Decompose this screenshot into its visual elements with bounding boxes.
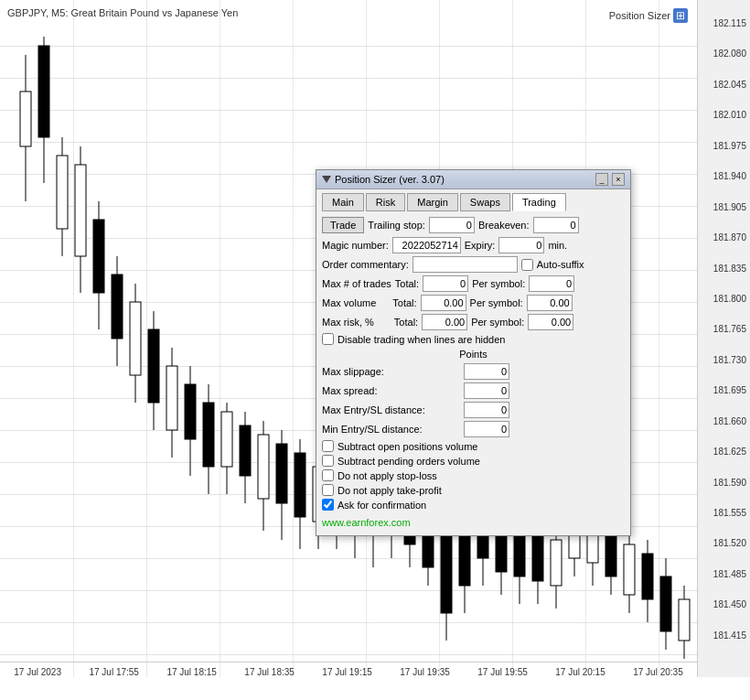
max-volume-per-symbol-input[interactable] xyxy=(527,295,573,311)
disable-trading-row: Disable trading when lines are hidden xyxy=(322,333,625,345)
position-sizer-window: Position Sizer (ver. 3.07) _ × Main Risk… xyxy=(316,169,631,536)
time-label-2: 17 Jul 17:55 xyxy=(89,667,139,677)
points-header: Points xyxy=(322,349,625,360)
tab-risk[interactable]: Risk xyxy=(366,193,405,211)
svg-rect-27 xyxy=(258,435,269,499)
minimize-button[interactable]: _ xyxy=(595,173,608,186)
time-label-9: 17 Jul 20:35 xyxy=(633,667,683,677)
svg-rect-41 xyxy=(624,544,635,595)
disable-trading-checkbox[interactable] xyxy=(322,333,334,345)
max-risk-per-symbol-label: Per symbol: xyxy=(471,317,524,328)
price-label-16: 181.590 xyxy=(702,478,746,488)
svg-rect-19 xyxy=(185,384,196,439)
ask-confirmation-label: Ask for confirmation xyxy=(338,500,426,511)
no-sl-checkbox[interactable] xyxy=(322,469,334,481)
svg-rect-61 xyxy=(551,540,562,586)
subtract-open-label: Subtract open positions volume xyxy=(338,441,477,452)
time-axis: 17 Jul 2023 17 Jul 17:55 17 Jul 18:15 17… xyxy=(0,662,697,682)
max-trades-total-input[interactable] xyxy=(423,275,468,292)
expiry-input[interactable] xyxy=(498,237,544,253)
subtract-pending-checkbox[interactable] xyxy=(322,455,334,467)
svg-rect-5 xyxy=(57,156,68,229)
max-volume-row: Max volume Total: Per symbol: xyxy=(322,295,625,311)
max-slippage-input[interactable] xyxy=(464,363,509,380)
no-tp-row: Do not apply take-profit xyxy=(322,484,625,496)
svg-rect-25 xyxy=(240,425,251,476)
subtract-pending-row: Subtract pending orders volume xyxy=(322,455,625,467)
max-slippage-row: Max slippage: xyxy=(322,363,625,380)
max-trades-total-label: Total: xyxy=(395,278,419,289)
svg-rect-45 xyxy=(660,576,671,631)
magic-number-input[interactable] xyxy=(392,237,461,253)
window-content: Main Risk Margin Swaps Trading Trade Tra… xyxy=(316,189,630,535)
order-commentary-label: Order commentary: xyxy=(322,259,409,270)
max-risk-total-input[interactable] xyxy=(422,314,467,330)
max-spread-input[interactable] xyxy=(464,382,509,399)
time-label-8: 17 Jul 20:15 xyxy=(555,667,605,677)
tab-trading[interactable]: Trading xyxy=(512,193,566,211)
tab-margin[interactable]: Margin xyxy=(407,193,458,211)
price-label-3: 182.045 xyxy=(702,80,746,90)
position-sizer-header-label: Position Sizer ⊞ xyxy=(609,9,688,22)
svg-rect-23 xyxy=(221,412,232,467)
price-label-20: 181.450 xyxy=(702,599,746,609)
price-label-11: 181.765 xyxy=(702,324,746,334)
breakeven-input[interactable] xyxy=(533,217,579,233)
close-button[interactable]: × xyxy=(612,173,625,186)
max-risk-per-symbol-input[interactable] xyxy=(528,314,573,330)
max-volume-total-input[interactable] xyxy=(421,295,466,311)
breakeven-label: Breakeven: xyxy=(478,220,530,231)
no-sl-row: Do not apply stop-loss xyxy=(322,469,625,481)
no-tp-checkbox[interactable] xyxy=(322,484,334,496)
max-spread-row: Max spread: xyxy=(322,382,625,399)
price-label-13: 181.695 xyxy=(702,385,746,395)
auto-suffix-label: Auto-suffix xyxy=(537,259,584,270)
min-entry-sl-row: Min Entry/SL distance: xyxy=(322,421,625,437)
max-trades-label: Max # of trades xyxy=(322,278,391,289)
svg-rect-59 xyxy=(532,535,543,581)
earnforex-link[interactable]: www.earnforex.com xyxy=(322,517,411,528)
time-label-4: 17 Jul 18:35 xyxy=(244,667,295,677)
max-entry-sl-label: Max Entry/SL distance: xyxy=(322,404,464,415)
svg-rect-7 xyxy=(75,165,86,256)
expiry-unit: min. xyxy=(548,240,567,251)
ask-confirmation-checkbox[interactable] xyxy=(322,499,334,511)
triangle-icon xyxy=(322,176,331,183)
window-title: Position Sizer (ver. 3.07) xyxy=(322,174,445,185)
svg-rect-9 xyxy=(93,220,104,293)
max-spread-label: Max spread: xyxy=(322,385,464,396)
price-label-7: 181.905 xyxy=(702,202,746,212)
auto-suffix-checkbox[interactable] xyxy=(521,259,533,271)
price-label-19: 181.485 xyxy=(702,569,746,579)
min-entry-sl-label: Min Entry/SL distance: xyxy=(322,424,464,435)
price-label-17: 181.555 xyxy=(702,508,746,518)
max-volume-per-symbol-label: Per symbol: xyxy=(470,297,523,308)
svg-rect-17 xyxy=(166,366,177,430)
no-tp-label: Do not apply take-profit xyxy=(338,485,442,496)
max-risk-label: Max risk, % xyxy=(322,317,374,328)
chart-title: GBPJPY, M5: Great Britain Pound vs Japan… xyxy=(7,7,238,18)
min-entry-sl-input[interactable] xyxy=(464,421,509,437)
price-label-18: 181.520 xyxy=(702,538,746,548)
subtract-open-checkbox[interactable] xyxy=(322,440,334,452)
svg-rect-1 xyxy=(20,92,31,146)
tab-swaps[interactable]: Swaps xyxy=(460,193,510,211)
time-label-6: 17 Jul 19:35 xyxy=(400,667,450,677)
max-volume-label: Max volume xyxy=(322,297,376,308)
window-titlebar: Position Sizer (ver. 3.07) _ × xyxy=(316,170,630,189)
trailing-stop-input[interactable] xyxy=(429,217,475,233)
max-entry-sl-input[interactable] xyxy=(464,402,509,418)
price-label-4: 182.010 xyxy=(702,110,746,120)
magic-expiry-row: Magic number: Expiry: min. xyxy=(322,237,625,253)
max-trades-per-symbol-input[interactable] xyxy=(529,275,574,292)
time-label-1: 17 Jul 2023 xyxy=(14,667,61,677)
svg-rect-31 xyxy=(295,453,305,517)
tab-main[interactable]: Main xyxy=(322,193,364,211)
disable-trading-label: Disable trading when lines are hidden xyxy=(338,334,505,345)
max-entry-sl-row: Max Entry/SL distance: xyxy=(322,402,625,418)
price-label-15: 181.625 xyxy=(702,447,746,457)
order-commentary-input[interactable] xyxy=(412,256,518,273)
position-sizer-icon: ⊞ xyxy=(673,8,688,23)
trade-button[interactable]: Trade xyxy=(322,217,364,233)
price-label-10: 181.800 xyxy=(702,294,746,304)
